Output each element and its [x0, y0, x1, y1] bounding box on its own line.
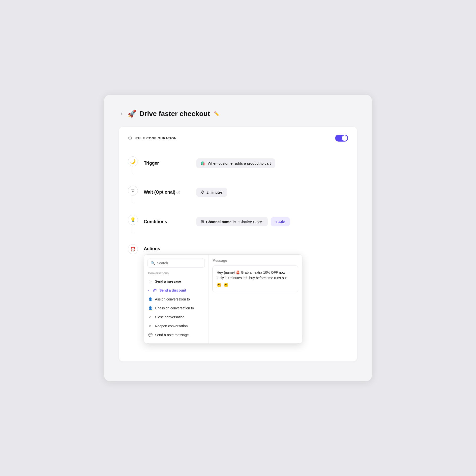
message-panel-label: Message — [212, 259, 298, 263]
actions-row: ⏰ Actions 🔍 Con — [128, 238, 348, 350]
wait-connector — [133, 196, 133, 203]
send-message-label: Send a message — [155, 279, 181, 283]
note-icon: 💬 — [148, 333, 152, 337]
dropdown-item-note[interactable]: 💬 Send a note message — [144, 330, 208, 339]
trigger-icon-col: 🌙 — [128, 156, 138, 174]
dropdown-item-unassign[interactable]: 👤 Unassign conversation to — [144, 304, 208, 313]
assign-label: Assign conversation to — [155, 297, 190, 301]
trigger-icon: 🌙 — [128, 156, 138, 166]
assign-icon: 👤 — [148, 297, 152, 301]
back-button[interactable]: ‹ — [119, 110, 125, 118]
active-chevron-icon: › — [148, 289, 149, 292]
search-input[interactable] — [157, 261, 202, 265]
send-message-icon: ▷ — [148, 279, 152, 283]
send-discount-icon: 🏷 — [152, 288, 157, 292]
conditions-row: 💡 Conditions ⊞ Channel name is "Chative … — [128, 209, 348, 238]
wait-label: Wait (Optional) ⓘ — [144, 190, 193, 195]
conditions-connector — [133, 225, 133, 232]
dropdown-item-send-discount[interactable]: › 🏷 Send a discount — [144, 286, 208, 295]
conditions-label: Conditions — [144, 219, 193, 224]
rule-config-left: ⚙ RULE CONFIGURATION — [128, 135, 177, 141]
title-emoji: 🚀 — [128, 110, 136, 118]
add-condition-button[interactable]: + Add — [271, 217, 290, 226]
wait-info-icon: ⓘ — [177, 190, 180, 194]
trigger-pill-text: When customer adds a product to cart — [208, 161, 271, 165]
dropdown-right: Message Hey {name} 🚨 Grab an extra 10% O… — [208, 255, 302, 343]
close-conv-icon: ✓ — [148, 315, 152, 319]
search-icon: 🔍 — [151, 261, 155, 265]
conversations-section-label: Conversations — [144, 270, 208, 277]
trigger-content: Trigger 🛍️ When customer adds a product … — [144, 156, 348, 168]
toggle-knob — [342, 135, 347, 141]
rule-config-icon: ⚙ — [128, 135, 132, 141]
trigger-pill[interactable]: 🛍️ When customer adds a product to cart — [196, 158, 275, 168]
message-text: Hey {name} 🚨 Grab an extra 10% OFF now –… — [217, 270, 288, 280]
actions-icon-col: ⏰ — [128, 244, 138, 254]
conditions-icon: 💡 — [128, 215, 138, 225]
inner-card: ⚙ RULE CONFIGURATION 🌙 Trigger 🛍️ Wh — [119, 127, 357, 361]
actions-content: Actions 🔍 Conversations — [144, 244, 348, 344]
actions-label: Actions — [144, 246, 193, 251]
outer-card: ‹ 🚀 Drive faster checkout ✏️ ⚙ RULE CONF… — [104, 95, 372, 381]
unassign-label: Unassign conversation to — [155, 306, 194, 310]
send-discount-label: Send a discount — [159, 288, 186, 292]
dropdown-item-send-message[interactable]: ▷ Send a message — [144, 277, 208, 286]
wait-clock-icon: ⏱ — [201, 190, 205, 194]
dropdown-item-reopen[interactable]: ↺ Reopen conversation — [144, 322, 208, 330]
reopen-icon: ↺ — [148, 324, 152, 328]
unassign-icon: 👤 — [148, 306, 152, 310]
rule-toggle[interactable] — [335, 135, 348, 142]
condition-field: Channel name — [206, 220, 232, 224]
note-label: Send a note message — [155, 333, 189, 337]
wait-pill-text: 2 minutes — [207, 190, 223, 194]
condition-table-icon: ⊞ — [201, 219, 204, 224]
rule-config-header: ⚙ RULE CONFIGURATION — [128, 135, 348, 142]
dropdown-item-assign[interactable]: 👤 Assign conversation to — [144, 295, 208, 304]
page-header: ‹ 🚀 Drive faster checkout ✏️ — [119, 110, 357, 118]
search-box[interactable]: 🔍 — [148, 259, 205, 268]
page-title: Drive faster checkout — [139, 110, 210, 118]
config-rows: 🌙 Trigger 🛍️ When customer adds a produc… — [128, 150, 348, 350]
conditions-icon-col: 💡 — [128, 215, 138, 232]
wait-icon-col: ▽ — [128, 186, 138, 203]
wait-pill[interactable]: ⏱ 2 minutes — [196, 188, 227, 197]
emoji-reaction-1[interactable]: 😊 — [217, 282, 222, 288]
trigger-row: 🌙 Trigger 🛍️ When customer adds a produc… — [128, 150, 348, 180]
rule-config-title: RULE CONFIGURATION — [135, 136, 177, 140]
message-box[interactable]: Hey {name} 🚨 Grab an extra 10% OFF now –… — [212, 266, 298, 292]
wait-icon: ▽ — [128, 186, 138, 196]
actions-dropdown-panel: 🔍 Conversations ▷ Send a message — [144, 254, 302, 344]
trigger-label: Trigger — [144, 161, 193, 166]
actions-icon: ⏰ — [128, 244, 138, 254]
emoji-reaction-2[interactable]: 🙂 — [224, 282, 229, 288]
condition-value: "Chative Store" — [238, 220, 263, 224]
trigger-pill-emoji: 🛍️ — [201, 161, 206, 166]
conditions-content: Conditions ⊞ Channel name is "Chative St… — [144, 215, 348, 226]
dropdown-item-close[interactable]: ✓ Close conversation — [144, 313, 208, 322]
dropdown-left: 🔍 Conversations ▷ Send a message — [144, 255, 208, 343]
edit-icon[interactable]: ✏️ — [214, 111, 219, 117]
trigger-connector — [133, 166, 133, 174]
wait-content: Wait (Optional) ⓘ ⏱ 2 minutes — [144, 186, 348, 197]
condition-pill[interactable]: ⊞ Channel name is "Chative Store" — [196, 217, 268, 226]
message-footer: 😊 🙂 — [217, 281, 294, 288]
wait-row: ▽ Wait (Optional) ⓘ ⏱ 2 minutes — [128, 180, 348, 209]
condition-operator: is — [234, 220, 236, 224]
close-conv-label: Close conversation — [155, 315, 184, 319]
reopen-label: Reopen conversation — [155, 324, 188, 328]
